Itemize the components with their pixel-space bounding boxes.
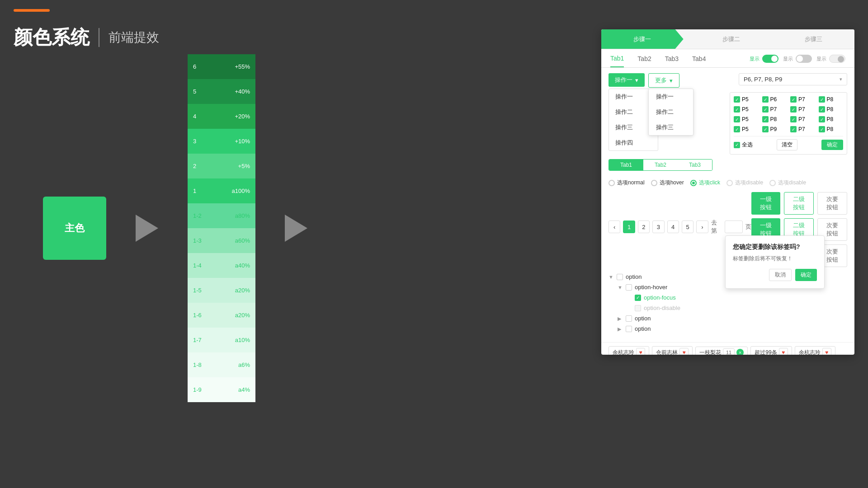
cb-item-1-3[interactable]: ✓P8 xyxy=(819,106,844,113)
cb-item-3-0[interactable]: ✓P5 xyxy=(734,126,759,132)
page-3-button[interactable]: 3 xyxy=(652,221,664,233)
cb-box-0-0[interactable]: ✓ xyxy=(734,96,740,103)
cb-item-3-2[interactable]: ✓P7 xyxy=(790,126,815,132)
tab-tab3[interactable]: Tab3 xyxy=(665,55,679,67)
cb-box-2-0[interactable]: ✓ xyxy=(734,116,740,122)
cb-item-2-1[interactable]: ✓P8 xyxy=(762,116,787,122)
cb-item-0-1[interactable]: ✓P6 xyxy=(762,96,787,103)
tree-arrow-root[interactable]: ▼ xyxy=(609,274,614,280)
select-value: P6, P7, P8, P9 xyxy=(744,76,782,83)
select-all-checkbox[interactable]: ✓ xyxy=(734,142,740,148)
select-all-label: 全选 xyxy=(742,141,753,149)
select-all[interactable]: ✓ 全选 xyxy=(734,141,753,149)
color-swatch-12: 1-8a6% xyxy=(188,352,255,377)
select-box[interactable]: P6, P7, P8, P9 ▾ xyxy=(739,73,847,85)
cb-item-1-1[interactable]: ✓P7 xyxy=(762,106,787,113)
tab-tab2[interactable]: Tab2 xyxy=(637,55,651,67)
toggle-1[interactable]: 显示 xyxy=(750,55,778,63)
color-swatch-11: 1-7a10% xyxy=(188,328,255,352)
tree-cb-root[interactable] xyxy=(617,274,623,280)
tree-item-option2[interactable]: ▶ option xyxy=(609,313,847,324)
cb-box-1-2[interactable]: ✓ xyxy=(790,106,797,113)
left-menu-item-4[interactable]: 操作四 xyxy=(609,135,658,150)
cb-box-3-3[interactable]: ✓ xyxy=(819,126,825,132)
radio-click[interactable]: 选项click xyxy=(690,179,720,187)
cb-item-0-0[interactable]: ✓P5 xyxy=(734,96,759,103)
cb-box-0-3[interactable]: ✓ xyxy=(819,96,825,103)
tree-item-option-focus[interactable]: ▼ ✓ option-focus xyxy=(609,292,847,303)
toggle-2[interactable]: 显示 xyxy=(783,55,812,63)
page-subtitle: 前端提效 xyxy=(108,29,159,46)
cb-box-3-0[interactable]: ✓ xyxy=(734,126,740,132)
tree-item-option3[interactable]: ▶ option xyxy=(609,324,847,334)
cb-box-1-0[interactable]: ✓ xyxy=(734,106,740,113)
tree-arrow-hover[interactable]: ▼ xyxy=(618,285,623,290)
cb-box-2-3[interactable]: ✓ xyxy=(819,116,825,122)
cb-item-0-2[interactable]: ✓P7 xyxy=(790,96,815,103)
more-menu-item-3[interactable]: 操作三 xyxy=(649,120,693,135)
toggle-switch-2[interactable] xyxy=(796,55,812,63)
prev-page-button[interactable]: ‹ xyxy=(609,221,620,233)
radio-normal[interactable]: 选项normal xyxy=(609,179,645,187)
step-3[interactable]: 步骤三 xyxy=(772,29,854,49)
step-2[interactable]: 步骤二 xyxy=(684,29,773,49)
palette-section: 主色 6+55%5+40%4+20%3+10%2+5%1a100%1-2a80%… xyxy=(43,54,314,402)
cb-item-0-3[interactable]: ✓P8 xyxy=(819,96,844,103)
toggle-switch-3[interactable] xyxy=(829,55,845,63)
tree-arrow-option3[interactable]: ▶ xyxy=(618,326,623,332)
level1-btn-1[interactable]: 一级按钮 xyxy=(751,192,780,215)
more-menu-item-2[interactable]: 操作二 xyxy=(649,104,693,120)
tab-tab1[interactable]: Tab1 xyxy=(610,55,624,67)
action-one-button[interactable]: 操作一 ▾ xyxy=(609,73,645,87)
level3-btn-1[interactable]: 次要按钮 xyxy=(817,192,847,215)
cb-box-2-2[interactable]: ✓ xyxy=(790,116,797,122)
tag-4-heart[interactable]: ♥ xyxy=(779,348,788,355)
page-4-button[interactable]: 4 xyxy=(667,221,679,233)
tree-cb-focus[interactable]: ✓ xyxy=(635,295,641,301)
cb-box-0-1[interactable]: ✓ xyxy=(762,96,769,103)
cb-item-1-2[interactable]: ✓P7 xyxy=(790,106,815,113)
cb-item-3-3[interactable]: ✓P8 xyxy=(819,126,844,132)
cb-box-1-1[interactable]: ✓ xyxy=(762,106,769,113)
tab2-tab1[interactable]: Tab1 xyxy=(609,160,643,170)
swatch-label: 1-3 xyxy=(193,237,202,244)
cb-item-3-1[interactable]: ✓P9 xyxy=(762,126,787,132)
dialog-ok-button[interactable]: 确定 xyxy=(795,269,817,281)
toggle-3[interactable]: 显示 xyxy=(816,55,845,63)
more-menu-item-1[interactable]: 操作一 xyxy=(649,89,693,104)
toggle-switch-1[interactable] xyxy=(762,55,778,63)
cb-box-3-1[interactable]: ✓ xyxy=(762,126,769,132)
page-5-button[interactable]: 5 xyxy=(682,221,693,233)
next-page-button[interactable]: › xyxy=(696,221,708,233)
cb-box-2-1[interactable]: ✓ xyxy=(762,116,769,122)
more-button[interactable]: 更多 ▾ xyxy=(648,73,679,88)
page-1-button[interactable]: 1 xyxy=(623,221,635,233)
tag-5-heart[interactable]: ♥ xyxy=(822,348,831,355)
swatch-value: +10% xyxy=(235,138,250,145)
tab-tab4[interactable]: Tab4 xyxy=(692,55,706,67)
level2-btn-1[interactable]: 二级按钮 xyxy=(784,192,814,215)
cb-box-3-2[interactable]: ✓ xyxy=(790,126,797,132)
tree-cb-hover[interactable] xyxy=(626,284,632,291)
cb-box-1-3[interactable]: ✓ xyxy=(819,106,825,113)
step-1[interactable]: 步骤一 xyxy=(601,29,684,49)
clear-button[interactable]: 清空 xyxy=(777,139,797,150)
radio-hover[interactable]: 选项hover xyxy=(651,179,684,187)
tree-cb-option2[interactable] xyxy=(626,315,632,322)
tab2-tab3[interactable]: Tab3 xyxy=(678,160,712,170)
cb-item-2-0[interactable]: ✓P5 xyxy=(734,116,759,122)
cb-item-2-2[interactable]: ✓P7 xyxy=(790,116,815,122)
tag-3-close[interactable]: × xyxy=(736,349,744,355)
page-2-button[interactable]: 2 xyxy=(638,221,650,233)
cb-item-1-0[interactable]: ✓P5 xyxy=(734,106,759,113)
tree-cb-option3[interactable] xyxy=(626,326,632,332)
tag-2-heart[interactable]: ♥ xyxy=(679,348,689,355)
cb-item-2-3[interactable]: ✓P8 xyxy=(819,116,844,122)
confirm-button[interactable]: 确定 xyxy=(821,140,843,150)
dialog-cancel-button[interactable]: 取消 xyxy=(769,269,792,281)
page-number-input[interactable] xyxy=(725,221,743,233)
tab2-tab2[interactable]: Tab2 xyxy=(643,160,678,170)
tag-1-heart[interactable]: ♥ xyxy=(636,348,645,355)
tree-arrow-option2[interactable]: ▶ xyxy=(618,316,623,321)
cb-box-0-2[interactable]: ✓ xyxy=(790,96,797,103)
